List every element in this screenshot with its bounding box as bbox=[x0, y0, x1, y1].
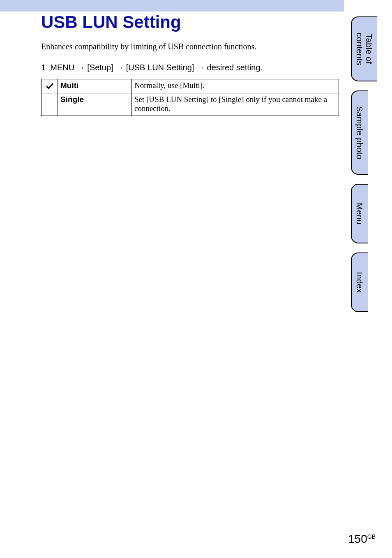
tab-index[interactable]: Index bbox=[351, 252, 368, 312]
content-area: USB LUN Setting Enhances compatibility b… bbox=[41, 12, 339, 116]
setting-desc: Set [USB LUN Setting] to [Single] only i… bbox=[132, 93, 339, 116]
table-row: Single Set [USB LUN Setting] to [Single]… bbox=[42, 93, 339, 116]
page-number: 150 bbox=[348, 533, 367, 545]
side-tabs: Table of contents Sample photo Menu Inde… bbox=[351, 16, 392, 321]
page-title: USB LUN Setting bbox=[41, 12, 339, 32]
page-suffix: GB bbox=[367, 533, 376, 540]
setting-desc: Normally, use [Multi]. bbox=[132, 79, 339, 93]
tab-table-of-contents[interactable]: Table of contents bbox=[351, 16, 377, 81]
checkmark-cell bbox=[42, 93, 58, 116]
step-desired: desired setting. bbox=[207, 63, 263, 72]
step-menu: MENU bbox=[50, 63, 74, 72]
arrow-icon: → bbox=[115, 63, 124, 72]
setting-name: Multi bbox=[58, 79, 132, 93]
step-usb-lun: [USB LUN Setting] bbox=[126, 63, 194, 72]
tab-menu[interactable]: Menu bbox=[351, 184, 368, 243]
arrow-icon: → bbox=[196, 63, 205, 72]
step-number: 1 bbox=[41, 63, 46, 72]
checkmark-cell bbox=[42, 79, 58, 93]
settings-table: Multi Normally, use [Multi]. Single Set … bbox=[41, 79, 339, 116]
tab-sample-photo[interactable]: Sample photo bbox=[351, 90, 368, 175]
arrow-icon: → bbox=[77, 63, 85, 72]
step-1: 1 MENU → [Setup] → [USB LUN Setting] → d… bbox=[41, 63, 339, 72]
step-setup: [Setup] bbox=[87, 63, 113, 72]
table-row: Multi Normally, use [Multi]. bbox=[42, 79, 339, 93]
setting-name: Single bbox=[58, 93, 132, 116]
page-number-footer: 150GB bbox=[348, 533, 376, 546]
intro-text: Enhances compatibility by limiting of US… bbox=[41, 42, 339, 51]
document-page: Table of contents Sample photo Menu Inde… bbox=[0, 0, 392, 558]
check-icon bbox=[46, 82, 54, 91]
top-accent-bar bbox=[0, 0, 344, 12]
